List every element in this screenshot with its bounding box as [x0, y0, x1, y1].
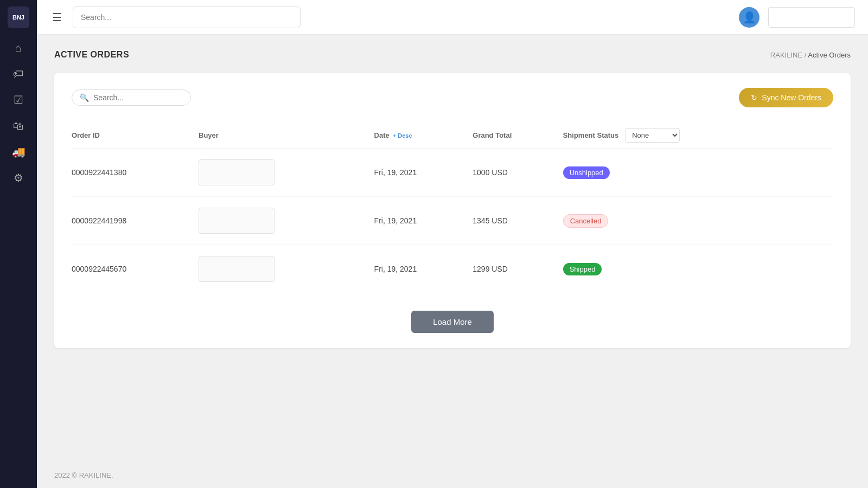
header: ☰ 👤: [37, 0, 868, 35]
sidebar-logo: BNJ: [8, 7, 29, 28]
buyer-cell: [199, 197, 374, 245]
orders-table: Order ID Buyer Date + Desc Grand Total S…: [72, 123, 833, 293]
table-search-input[interactable]: [93, 93, 183, 102]
order-id-cell: 0000922441998: [72, 197, 199, 245]
content-area: ACTIVE ORDERS RAKILINE / Active Orders 🔍…: [37, 35, 868, 463]
col-date: Date + Desc: [374, 123, 473, 149]
status-badge: Shipped: [563, 263, 602, 275]
footer-text: 2022 © RAKILINE.: [54, 471, 113, 479]
page-header: ACTIVE ORDERS RAKILINE / Active Orders: [54, 50, 851, 60]
table-search-box[interactable]: 🔍: [72, 89, 191, 106]
header-search-input[interactable]: [73, 7, 301, 28]
grand-total-cell: 1000 USD: [473, 149, 563, 197]
buyer-placeholder: [199, 256, 275, 282]
buyer-cell: [199, 149, 374, 197]
settings-icon[interactable]: ⚙: [8, 167, 29, 189]
status-cell: Unshipped: [563, 149, 833, 197]
grand-total-cell: 1345 USD: [473, 197, 563, 245]
orders-card: 🔍 ↻ Sync New Orders Order ID Buyer: [54, 73, 851, 348]
col-shipment-status: Shipment Status None Shipped Unshipped C…: [563, 123, 833, 149]
page-title: ACTIVE ORDERS: [54, 50, 129, 60]
col-buyer: Buyer: [199, 123, 374, 149]
hamburger-button[interactable]: ☰: [50, 9, 64, 26]
table-row: 0000922441998 Fri, 19, 2021 1345 USD Can…: [72, 197, 833, 245]
sync-button[interactable]: ↻ Sync New Orders: [739, 88, 833, 107]
buyer-placeholder: [199, 159, 275, 185]
status-cell: Cancelled: [563, 197, 833, 245]
footer: 2022 © RAKILINE.: [37, 463, 868, 488]
checklist-icon[interactable]: ☑: [8, 89, 29, 111]
load-more-container: Load More: [72, 311, 833, 333]
breadcrumb-current: Active Orders: [808, 51, 851, 59]
avatar: 👤: [739, 7, 760, 28]
col-grand-total: Grand Total: [473, 123, 563, 149]
table-search-icon: 🔍: [80, 93, 89, 102]
col-order-id: Order ID: [72, 123, 199, 149]
status-badge: Cancelled: [563, 214, 609, 228]
date-cell: Fri, 19, 2021: [374, 197, 473, 245]
date-cell: Fri, 19, 2021: [374, 245, 473, 293]
breadcrumb-root: RAKILINE: [770, 51, 802, 59]
home-icon[interactable]: ⌂: [8, 37, 29, 59]
toolbar: 🔍 ↻ Sync New Orders: [72, 88, 833, 107]
sort-desc-badge[interactable]: + Desc: [393, 132, 412, 139]
main-area: ☰ 👤 ACTIVE ORDERS RAKILINE / Active Orde…: [37, 0, 868, 488]
user-info-box: [768, 7, 855, 28]
buyer-placeholder: [199, 208, 275, 234]
grand-total-cell: 1299 USD: [473, 245, 563, 293]
buyer-cell: [199, 245, 374, 293]
breadcrumb: RAKILINE / Active Orders: [770, 51, 851, 59]
status-cell: Shipped: [563, 245, 833, 293]
tag-icon[interactable]: 🏷: [8, 63, 29, 85]
status-badge: Unshipped: [563, 166, 610, 179]
load-more-button[interactable]: Load More: [411, 311, 494, 333]
table-row: 0000922441380 Fri, 19, 2021 1000 USD Uns…: [72, 149, 833, 197]
bag-icon[interactable]: 🛍: [8, 115, 29, 137]
table-row: 0000922445670 Fri, 19, 2021 1299 USD Shi…: [72, 245, 833, 293]
date-cell: Fri, 19, 2021: [374, 149, 473, 197]
status-filter-select[interactable]: None Shipped Unshipped Cancelled: [625, 128, 680, 143]
order-id-cell: 0000922441380: [72, 149, 199, 197]
sync-button-label: Sync New Orders: [762, 93, 821, 102]
order-id-cell: 0000922445670: [72, 245, 199, 293]
sync-icon: ↻: [751, 93, 757, 102]
sidebar: BNJ ⌂ 🏷 ☑ 🛍 🚚 ⚙: [0, 0, 37, 488]
truck-icon[interactable]: 🚚: [8, 141, 29, 163]
